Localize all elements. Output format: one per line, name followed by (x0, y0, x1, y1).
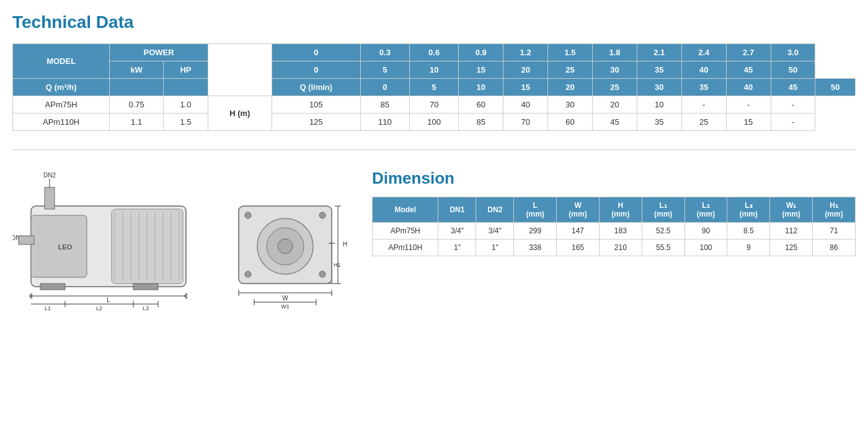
page-title: Technical Data (12, 12, 856, 32)
col-q0: 0 (272, 44, 360, 61)
tech-row-val: 35 (637, 114, 681, 131)
tech-row-h-unit: H (m) (208, 96, 272, 131)
col-kw: kW (110, 61, 164, 79)
col-sub25: 25 (592, 79, 637, 96)
tech-row-val: - (771, 114, 815, 131)
tech-row-val: - (681, 96, 726, 114)
svg-point-41 (278, 239, 293, 254)
tech-row-val: 25 (681, 114, 726, 131)
tech-row-val: 85 (360, 96, 409, 114)
svg-text:H1: H1 (334, 262, 341, 268)
dim-row-val: 8.5 (727, 223, 770, 240)
tech-row-val: 10 (637, 96, 681, 114)
dimension-section: Dimension Model DN1 DN2 L(mm) W(mm) H(mm… (372, 169, 856, 256)
col-h-unit: H(m) (208, 44, 272, 96)
svg-text:DN2: DN2 (43, 172, 56, 179)
dim-row-val: 1" (476, 240, 514, 256)
svg-text:LEO: LEO (58, 243, 73, 251)
col-q09: 0.9 (459, 44, 503, 61)
col-q06: 0.6 (410, 44, 459, 61)
dim-row-val: 112 (770, 223, 813, 240)
dim-row-val: 3/4" (438, 223, 476, 240)
dim-row-val: 55.5 (642, 240, 684, 256)
svg-text:L: L (107, 297, 110, 303)
col-sub30: 30 (637, 79, 681, 96)
svg-point-44 (245, 271, 251, 277)
col-ql40: 40 (681, 61, 726, 79)
tech-row-hp: 1.0 (163, 96, 208, 114)
tech-table-row: APm75H0.751.0H (m)10585706040302010--- (13, 96, 856, 114)
col-q03: 0.3 (360, 44, 409, 61)
col-ql45: 45 (726, 61, 771, 79)
tech-row-val: 100 (410, 114, 459, 131)
tech-row-val: 40 (503, 96, 548, 114)
col-ql30: 30 (592, 61, 637, 79)
dim-row-val: 52.5 (642, 223, 684, 240)
col-ql0: 0 (272, 61, 360, 79)
dim-row-val: 86 (813, 240, 856, 256)
col-kw2 (110, 79, 164, 96)
dim-row-val: 210 (599, 240, 642, 256)
col-q30: 3.0 (771, 44, 815, 61)
svg-point-42 (245, 212, 251, 218)
col-model: MODEL (13, 44, 110, 79)
svg-rect-19 (40, 284, 65, 290)
col-sub40: 40 (726, 79, 771, 96)
col-ql35: 35 (637, 61, 681, 79)
col-sub35: 35 (681, 79, 726, 96)
dim-col-H: H(mm) (599, 197, 642, 223)
section-divider (12, 150, 856, 150)
svg-text:H: H (343, 241, 347, 248)
dim-row-val: 3/4" (476, 223, 514, 240)
dim-col-dn1: DN1 (438, 197, 476, 223)
tech-row-val: 85 (459, 114, 503, 131)
dim-row-val: 71 (813, 223, 856, 240)
front-view-diagram: H H1 W W1 (223, 169, 347, 311)
diagram-area: DN2 DN1 (12, 169, 347, 311)
dim-row-model: APm75H (373, 223, 438, 240)
col-sub5: 5 (410, 79, 459, 96)
dim-table-row: APm110H1"1"33816521055.5100912586 (373, 240, 856, 256)
tech-row-val: 20 (592, 96, 637, 114)
col-hp: HP (163, 61, 208, 79)
svg-rect-8 (19, 236, 34, 244)
col-ql20: 20 (503, 61, 548, 79)
dim-col-L: L(mm) (514, 197, 557, 223)
tech-row-hp: 1.5 (163, 114, 208, 131)
dim-row-val: 1" (438, 240, 476, 256)
svg-point-43 (319, 212, 326, 218)
col-power: POWER (110, 44, 208, 61)
tech-row-val: 60 (459, 96, 503, 114)
tech-row-val: 60 (548, 114, 593, 131)
dim-row-val: 9 (727, 240, 770, 256)
dim-col-W: W(mm) (557, 197, 600, 223)
col-sub20: 20 (548, 79, 593, 96)
dim-row-val: 90 (684, 223, 727, 240)
col-ql10: 10 (410, 61, 459, 79)
svg-text:L3: L3 (143, 305, 149, 311)
dim-col-model: Model (373, 197, 438, 223)
col-q15: 1.5 (548, 44, 593, 61)
tech-row-val: 105 (272, 96, 360, 114)
col-qlmin: Q (l/min) (272, 79, 360, 96)
tech-row-val: 30 (548, 96, 593, 114)
tech-row-kw: 0.75 (110, 96, 164, 114)
dim-table-row: APm75H3/4"3/4"29914718352.5908.511271 (373, 223, 856, 240)
col-q27: 2.7 (726, 44, 771, 61)
tech-row-val: - (771, 96, 815, 114)
dim-col-dn2: DN2 (476, 197, 514, 223)
tech-row-val: 15 (726, 114, 771, 131)
tech-table-row: APm110H1.11.512511010085706045352515- (13, 114, 856, 131)
dim-col-W1: W₁(mm) (770, 197, 813, 223)
dim-row-val: 338 (514, 240, 557, 256)
dimension-title: Dimension (372, 169, 856, 188)
svg-rect-20 (133, 284, 158, 290)
svg-text:W1: W1 (281, 303, 290, 310)
tech-row-val: - (726, 96, 771, 114)
col-q12: 1.2 (503, 44, 548, 61)
svg-rect-7 (45, 187, 55, 209)
dim-col-L1: L₁(mm) (642, 197, 684, 223)
col-sub45: 45 (771, 79, 815, 96)
col-ql25: 25 (548, 61, 593, 79)
tech-row-val: 125 (272, 114, 360, 131)
